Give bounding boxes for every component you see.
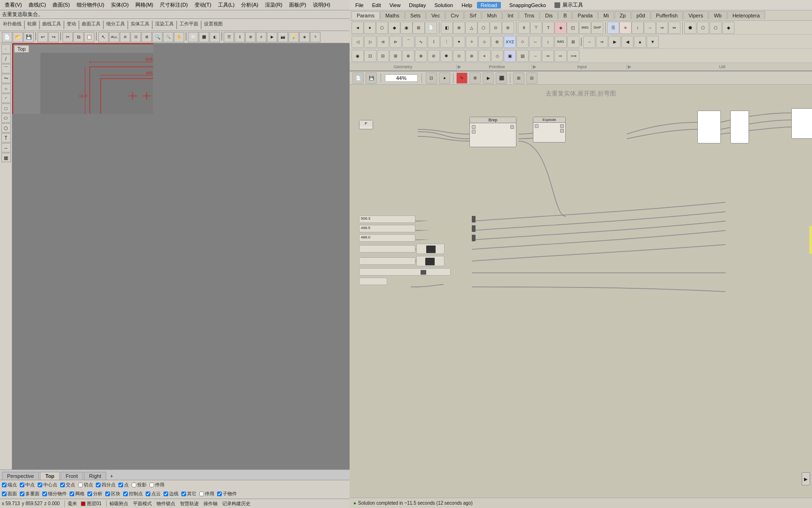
gh-icon-r2[interactable]: ▷ — [364, 36, 376, 48]
menu-tools[interactable]: 工具(L) — [215, 1, 237, 9]
gh-icon-r13[interactable]: XYZ — [504, 36, 516, 48]
obj-snap-label[interactable]: 物件锁点 — [156, 500, 175, 507]
snap-quadrant-cb[interactable] — [96, 483, 101, 487]
filter-analyze-cb[interactable] — [87, 492, 92, 496]
gh-icon-r20[interactable]: ⇒ — [596, 36, 608, 48]
snap-tangent[interactable]: 切点 — [78, 482, 93, 488]
snap-project-cb[interactable] — [132, 483, 136, 487]
plane-mode-label[interactable]: 平面模式 — [133, 500, 152, 507]
menu-solid[interactable]: 实体(O) — [108, 1, 132, 9]
gh-icon-s12[interactable]: ◇ — [491, 50, 503, 62]
gh-tab-mi[interactable]: Mi — [598, 11, 614, 19]
gh-slider-5[interactable] — [359, 256, 476, 266]
gh-icon-r6[interactable]: ∿ — [415, 36, 427, 48]
redo-btn[interactable]: ↪ — [48, 32, 59, 42]
gh-icon-extra1[interactable]: ⬟ — [684, 22, 696, 34]
filter-edge-cb[interactable] — [164, 492, 168, 496]
rendered-btn[interactable]: ⬛ — [199, 32, 209, 42]
gh-icon-s6[interactable]: ⊗ — [415, 50, 427, 62]
polygon-btn[interactable]: ⬡ — [1, 123, 11, 133]
menu-help[interactable]: 说明(H) — [310, 1, 333, 9]
arc-btn[interactable]: ◜ — [1, 94, 11, 103]
menu-subd[interactable]: 细分物件(U) — [74, 1, 107, 9]
gh-canvas-eye-btn[interactable]: ● — [439, 72, 450, 84]
snap-disable[interactable]: 停用 — [149, 482, 164, 488]
gh-icon-s8[interactable]: ✱ — [440, 50, 453, 62]
menu-panel[interactable]: 面板(P) — [286, 1, 309, 9]
save-btn[interactable]: 💾 — [23, 32, 34, 42]
grid-btn[interactable]: # — [256, 32, 266, 42]
filter-mesh[interactable]: 网格 — [70, 491, 85, 497]
main-viewport[interactable]: Top — [12, 43, 350, 469]
filter-subobj[interactable]: 子物件 — [217, 491, 237, 497]
gh-menu-file[interactable]: File — [351, 2, 367, 8]
gh-icon-r8[interactable]: ⋮ — [440, 36, 453, 48]
rect-btn[interactable]: □ — [1, 103, 11, 113]
circle-btn[interactable]: ○ — [1, 84, 11, 93]
gh-menu-view[interactable]: View — [386, 2, 405, 8]
gh-tab-int[interactable]: Int — [502, 11, 518, 19]
copy-btn[interactable]: ⧉ — [73, 32, 84, 42]
gh-icon-sh[interactable]: SHP — [591, 22, 603, 34]
gh-menu-help[interactable]: Help — [458, 2, 476, 8]
cut-btn[interactable]: ✂ — [62, 32, 73, 42]
gh-scroll-indicator[interactable] — [809, 226, 812, 254]
filter-block-cb[interactable] — [105, 492, 110, 496]
gh-icon-r23[interactable]: ▲ — [634, 36, 646, 48]
filter-other[interactable]: 其它 — [181, 491, 196, 497]
material-btn[interactable]: ◈ — [299, 32, 310, 42]
gh-icon-r12[interactable]: ⊛ — [491, 36, 503, 48]
menu-analyze[interactable]: 分析(A) — [238, 1, 261, 9]
gh-icon-img[interactable]: IMG — [579, 22, 591, 34]
gh-icon-sp1[interactable]: ☰ — [607, 22, 619, 34]
filter-ctrlpt[interactable]: 控制点 — [123, 491, 143, 497]
filter-disable2-cb[interactable] — [199, 492, 204, 496]
gh-icon-back[interactable]: ◄ — [351, 22, 364, 34]
gh-tab-trns[interactable]: Trns — [519, 11, 539, 19]
gh-icon-sp3[interactable]: ↕ — [632, 22, 644, 34]
snap-mode-label[interactable]: 鲸吸附点 — [106, 500, 128, 507]
snap-point-cb[interactable] — [118, 483, 123, 487]
gh-icon-geo2[interactable]: ⊕ — [453, 22, 465, 34]
camera-btn[interactable]: 📷 — [278, 32, 288, 42]
gh-menu-solution[interactable]: Solution — [430, 2, 457, 8]
filter-other-cb[interactable] — [181, 492, 186, 496]
gh-tab-params[interactable]: Params — [351, 11, 380, 19]
gh-tab-msh[interactable]: Msh — [482, 11, 502, 19]
gh-tab-zp[interactable]: Zp — [615, 11, 631, 19]
snap-midpoint-cb[interactable] — [20, 483, 24, 487]
properties-btn[interactable]: ℹ — [234, 32, 245, 42]
menu-mesh[interactable]: 网格(M) — [133, 1, 156, 9]
gh-icon-geo1[interactable]: ◧ — [441, 22, 453, 34]
filter-surface-cb[interactable] — [2, 492, 7, 496]
gh-node-white-2[interactable] — [730, 111, 749, 143]
gh-icon-r5[interactable]: ⌒ — [402, 36, 414, 48]
gh-icon-r16[interactable]: ↕ — [542, 36, 554, 48]
gh-icon-color2[interactable]: ◰ — [567, 22, 579, 34]
filter-surface[interactable]: 面面 — [2, 491, 17, 497]
filter-mesh-cb[interactable] — [70, 492, 74, 496]
gh-icon-s18[interactable]: ⟹ — [567, 50, 579, 62]
snap-center-cb[interactable] — [38, 483, 42, 487]
gh-icon-file[interactable]: 📄 — [425, 22, 437, 34]
select-all-btn[interactable]: ALL — [109, 32, 119, 42]
open-btn[interactable]: 📂 — [13, 32, 23, 42]
gh-icon-r19[interactable]: → — [583, 36, 595, 48]
filter-edge[interactable]: 边线 — [164, 491, 179, 497]
gh-icon-extra4[interactable]: ◆ — [722, 22, 734, 34]
gh-icon-r4[interactable]: ⊳ — [390, 36, 402, 48]
filter-ptcloud[interactable]: 点云 — [146, 491, 161, 497]
gh-icon-s1[interactable]: ◉ — [351, 50, 364, 62]
expand-geometry[interactable]: ▶ — [457, 64, 462, 69]
gh-canvas-zoom-extents[interactable]: ⊡ — [426, 72, 437, 84]
gh-icon-r11[interactable]: ⊹ — [478, 36, 491, 48]
gh-canvas-doc-btn[interactable]: 📄 — [352, 72, 364, 84]
gh-icon-bool[interactable]: ⊤ — [530, 22, 542, 34]
snap-point[interactable]: 点 — [118, 482, 129, 488]
snap-tangent-cb[interactable] — [78, 483, 83, 487]
gh-icon-r22[interactable]: ◀ — [621, 36, 633, 48]
zoom-extent-btn[interactable]: ⊡ — [131, 32, 141, 42]
gh-icon-extra3[interactable]: ⬡ — [710, 22, 722, 34]
tab-perspective[interactable]: Perspective — [2, 472, 39, 480]
expand-primitive[interactable]: ▶ — [532, 64, 538, 69]
